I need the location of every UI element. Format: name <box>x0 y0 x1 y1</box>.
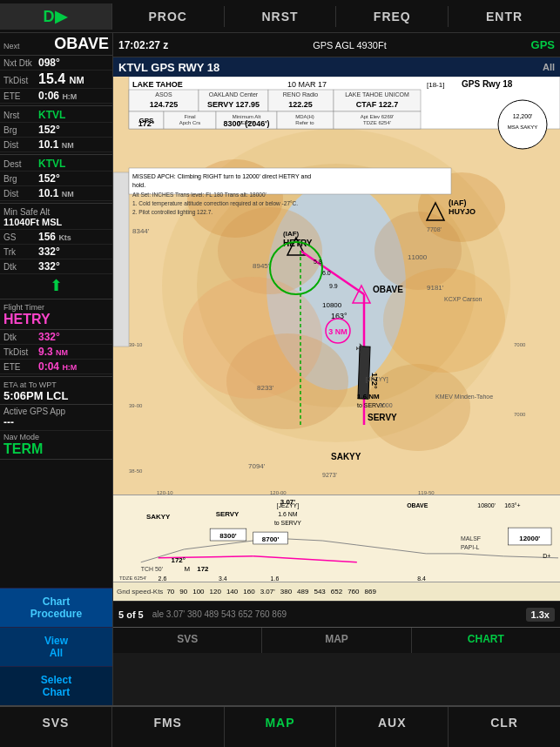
dtk-label: Dtk <box>3 262 38 272</box>
tkdist-value: 15.4 NM <box>38 71 84 87</box>
chart-bottom-strip: 5 of 5 ale 3.07' 380 489 543 652 760 869… <box>113 601 560 627</box>
svg-text:CTAF 122.7: CTAF 122.7 <box>356 100 398 109</box>
active-gps-value: --- <box>3 416 109 428</box>
nxt-dtk-value: 098° <box>38 57 60 69</box>
tab-chart[interactable]: CHART <box>412 628 560 653</box>
svg-text:SERVY 127.95: SERVY 127.95 <box>207 100 260 109</box>
svg-text:D+: D+ <box>543 553 550 559</box>
chart-header-strip: 17:02:27 z GPS AGL 4930Ft GPS <box>113 33 560 57</box>
nrst-label: Nrst <box>3 111 38 120</box>
nav-mode-block: Nav Mode TERM <box>0 431 112 460</box>
nrst-dist-row: Dist 10.1 NM <box>0 138 112 152</box>
eta-block: ETA at To WPT 5:06PM LCL <box>0 379 112 405</box>
svg-text:124.725: 124.725 <box>150 100 179 109</box>
bottom-nav-map[interactable]: MAP <box>225 707 337 747</box>
svg-text:39-00: 39-00 <box>129 403 143 408</box>
ft-ete-value: 0:04 H:M <box>38 360 77 373</box>
ft-dtk-row: Dtk 332° <box>0 330 112 345</box>
svg-text:9.9: 9.9 <box>329 283 338 289</box>
nrst-value: KTVL <box>38 109 65 121</box>
next-waypoint-block: Next OBAVE <box>0 33 112 56</box>
gs-value: 156 Kts <box>38 231 71 243</box>
svg-text:RENO Radio: RENO Radio <box>283 91 319 98</box>
view-all-button[interactable]: ViewAll <box>0 627 112 666</box>
brg-label: Brg <box>3 125 38 135</box>
ft-ete-label: ETE <box>3 362 38 372</box>
svg-text:TDZE 6254': TDZE 6254' <box>119 575 147 581</box>
svg-text:Alt Set: INCHES         Trans : Alt Set: INCHES Trans level: FL 180 Tran… <box>132 192 267 198</box>
dest-row: Dest KTVL <box>0 157 112 172</box>
svg-text:Refer to: Refer to <box>295 120 314 125</box>
bottom-nav-svs[interactable]: SVS <box>0 707 112 747</box>
chart-subtitle-left: KTVL GPS RWY 18 <box>118 61 219 74</box>
min-safe-alt-label: Min Safe Alt <box>3 207 109 217</box>
svg-text:TCH 50': TCH 50' <box>141 566 163 572</box>
tab-map[interactable]: MAP <box>262 628 411 653</box>
svg-text:[18-1]: [18-1] <box>427 81 444 89</box>
svg-text:8700': 8700' <box>262 535 280 543</box>
tkdist-label: TkDist <box>3 76 38 85</box>
svg-text:LAKE TAHOE UNICOM: LAKE TAHOE UNICOM <box>345 91 409 98</box>
svg-text:39-10: 39-10 <box>129 342 143 347</box>
svg-text:38-50: 38-50 <box>129 468 143 474</box>
top-navigation: D▶ Proc Nrst Freq Entr <box>0 0 560 33</box>
active-gps-label: Active GPS App <box>3 407 109 416</box>
nav-mode-value: TERM <box>3 441 109 457</box>
svg-text:8233': 8233' <box>257 384 274 392</box>
bottom-nav-fms[interactable]: FMS <box>112 707 225 747</box>
trk-row: Trk 332° <box>0 245 112 259</box>
svg-text:TDZE 6254': TDZE 6254' <box>363 120 391 125</box>
svg-text:8344': 8344' <box>132 227 150 235</box>
svg-text:6.0: 6.0 <box>322 270 331 276</box>
nav-entr[interactable]: Entr <box>449 6 560 27</box>
svg-text:HUYJO: HUYJO <box>449 207 476 216</box>
svg-text:7000: 7000 <box>514 342 526 347</box>
chart-subtitle: KTVL GPS RWY 18 All <box>113 57 560 77</box>
svg-text:MDA(H): MDA(H) <box>295 114 314 119</box>
svg-text:1.6: 1.6 <box>271 575 280 582</box>
chart-buttons: ChartProcedure ViewAll SelectChart <box>0 460 112 705</box>
chart-procedure-button[interactable]: ChartProcedure <box>0 588 112 627</box>
next-value: OBAVE <box>54 35 109 53</box>
select-chart-button[interactable]: SelectChart <box>0 666 112 705</box>
speed-label: Gnd speed-Kts <box>117 588 163 596</box>
svg-text:KMEV Minden-Tahoe: KMEV Minden-Tahoe <box>435 394 493 400</box>
svg-text:Final: Final <box>184 114 195 119</box>
svg-text:M: M <box>184 565 190 573</box>
active-gps-block: Active GPS App --- <box>0 405 112 431</box>
dest-dist-value: 10.1 NM <box>38 187 74 199</box>
svg-text:9181': 9181' <box>427 284 444 292</box>
ete-row: ETE 0:06 H:M <box>0 89 112 104</box>
gps-agl: GPS AGL 4930Ft <box>168 40 530 50</box>
scale-info: ale 3.07' 380 489 543 652 760 869 <box>152 609 526 619</box>
brg-value: 152° <box>38 124 60 136</box>
chart-image: BRIEFING STRIP LAKE TAHOE 10 MAR 17 [18-… <box>113 77 560 495</box>
tab-svs[interactable]: SVS <box>113 628 262 653</box>
svg-text:9273': 9273' <box>322 472 337 478</box>
svg-rect-50 <box>129 168 451 194</box>
bottom-nav-clr[interactable]: CLR <box>449 707 560 747</box>
nav-icon[interactable]: D▶ <box>0 3 112 30</box>
dest-value: KTVL <box>38 158 65 170</box>
nav-proc[interactable]: Proc <box>112 6 225 27</box>
dest-brg-label: Brg <box>3 174 38 184</box>
svg-text:✈: ✈ <box>355 341 367 356</box>
dest-dist-label: Dist <box>3 189 38 199</box>
svg-text:12,200': 12,200' <box>513 113 533 119</box>
nav-nrst[interactable]: Nrst <box>225 6 337 27</box>
svg-text:172°: 172° <box>370 373 379 389</box>
svg-text:SERVY: SERVY <box>368 413 397 422</box>
svg-text:7094': 7094' <box>248 462 266 470</box>
chart-subtitle-right: All <box>543 62 555 72</box>
svg-text:(IAF): (IAF) <box>283 230 300 238</box>
svg-text:119-50: 119-50 <box>418 490 435 495</box>
svg-text:1.6 NM: 1.6 NM <box>357 393 380 400</box>
svg-text:3.4: 3.4 <box>219 575 227 582</box>
dist-value: 10.1 NM <box>38 138 74 151</box>
trk-label: Trk <box>3 247 38 257</box>
nxt-dtk-row: Nxt Dtk 098° <box>0 56 112 71</box>
svg-text:120-00: 120-00 <box>270 490 287 495</box>
ete-value: 0:06 H:M <box>38 90 77 102</box>
nav-freq[interactable]: Freq <box>336 6 449 27</box>
bottom-nav-aux[interactable]: AUX <box>336 707 449 747</box>
